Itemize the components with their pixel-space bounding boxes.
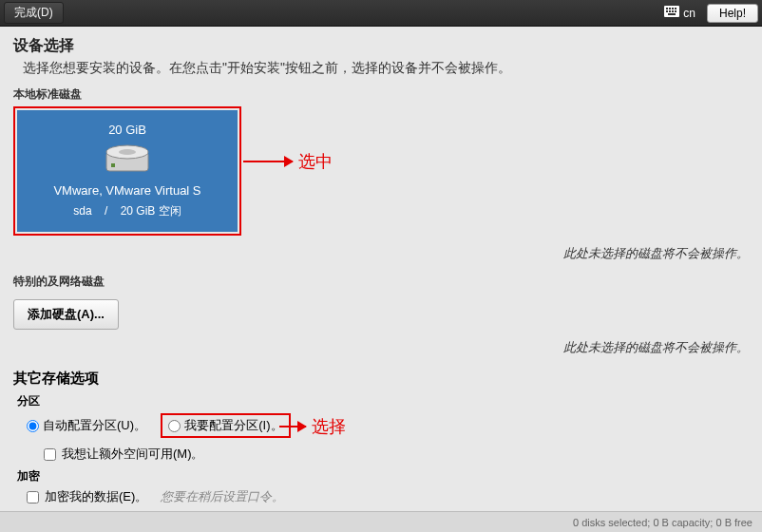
partition-label: 分区 xyxy=(17,393,749,409)
svg-rect-9 xyxy=(668,13,676,15)
disk-name: VMware, VMware Virtual S xyxy=(53,183,200,198)
annotation-arrow-selected: 选中 xyxy=(243,150,333,173)
keyboard-icon xyxy=(664,6,679,20)
extra-space-checkbox[interactable] xyxy=(44,448,56,461)
special-disks-section: 特别的及网络磁盘 添加硬盘(A)... 此处未选择的磁盘将不会被操作。 xyxy=(13,274,749,356)
svg-point-12 xyxy=(119,149,136,155)
encrypt-data-label[interactable]: 加密我的数据(E)。 xyxy=(45,488,147,505)
annotation-selected-box: 20 GiB VMware, VMware Virtual S sda / 20… xyxy=(13,106,241,236)
encrypt-hint: 您要在稍后设置口令。 xyxy=(161,488,284,505)
auto-partition-label[interactable]: 自动配置分区(U)。 xyxy=(43,417,146,434)
page-title: 设备选择 xyxy=(13,36,749,56)
annotation-arrow-choose: 选择 xyxy=(279,415,346,438)
disk-free: 20 GiB 空闲 xyxy=(121,204,181,218)
encrypt-row: 加密我的数据(E)。 您要在稍后设置口令。 xyxy=(27,488,749,505)
annotation-choose-box: 我要配置分区(I)。 xyxy=(161,413,290,438)
svg-rect-1 xyxy=(666,8,668,10)
content: 设备选择 选择您想要安装的设备。在您点击"开始安装"按钮之前，选择的设备并不会被… xyxy=(0,27,762,515)
add-disk-button[interactable]: 添加硬盘(A)... xyxy=(13,299,119,330)
other-options-title: 其它存储选项 xyxy=(13,370,749,388)
disk-size: 20 GiB xyxy=(108,123,146,137)
done-button[interactable]: 完成(D) xyxy=(4,2,64,24)
other-options-section: 其它存储选项 分区 自动配置分区(U)。 我要配置分区(I)。 选择 我想让额外… xyxy=(13,370,749,505)
harddisk-icon xyxy=(105,144,149,176)
auto-partition-radio[interactable] xyxy=(27,420,39,432)
annotation-choose-text: 选择 xyxy=(312,415,346,438)
encrypt-label: 加密 xyxy=(17,468,749,484)
svg-rect-6 xyxy=(669,10,671,12)
help-button[interactable]: Help! xyxy=(707,4,758,23)
disk-device: sda xyxy=(73,204,91,218)
disk-card[interactable]: 20 GiB VMware, VMware Virtual S sda / 20… xyxy=(17,110,238,232)
encrypt-checkbox[interactable] xyxy=(27,491,39,504)
extra-space-label[interactable]: 我想让额外空间可用(M)。 xyxy=(62,446,204,463)
svg-rect-7 xyxy=(672,10,674,12)
partition-radio-row: 自动配置分区(U)。 我要配置分区(I)。 xyxy=(27,413,749,438)
keyboard-indicator[interactable]: cn xyxy=(657,4,703,22)
disk-separator: / xyxy=(105,204,107,218)
svg-rect-8 xyxy=(675,10,676,12)
local-hint: 此处未选择的磁盘将不会被操作。 xyxy=(13,245,749,262)
svg-rect-13 xyxy=(111,163,115,167)
local-disks-label: 本地标准磁盘 xyxy=(13,86,749,103)
extra-space-row: 我想让额外空间可用(M)。 xyxy=(44,446,749,463)
svg-rect-4 xyxy=(675,8,676,10)
keyboard-layout-label: cn xyxy=(683,7,695,20)
disk-subinfo: sda / 20 GiB 空闲 xyxy=(73,203,181,219)
annotation-selected-text: 选中 xyxy=(298,150,333,173)
svg-rect-2 xyxy=(669,8,671,10)
svg-rect-3 xyxy=(672,8,674,10)
svg-rect-5 xyxy=(666,10,668,12)
special-hint: 此处未选择的磁盘将不会被操作。 xyxy=(13,339,749,356)
statusbar-text: 0 disks selected; 0 B capacity; 0 B free xyxy=(573,517,752,528)
page-subtitle: 选择您想要安装的设备。在您点击"开始安装"按钮之前，选择的设备并不会被操作。 xyxy=(23,60,749,77)
special-disks-label: 特别的及网络磁盘 xyxy=(13,274,749,290)
manual-partition-radio[interactable] xyxy=(168,420,181,432)
topbar-right: cn Help! xyxy=(657,4,758,23)
topbar: 完成(D) cn Help! xyxy=(0,0,762,27)
statusbar: 0 disks selected; 0 B capacity; 0 B free xyxy=(0,511,762,532)
manual-partition-label[interactable]: 我要配置分区(I)。 xyxy=(184,417,282,434)
